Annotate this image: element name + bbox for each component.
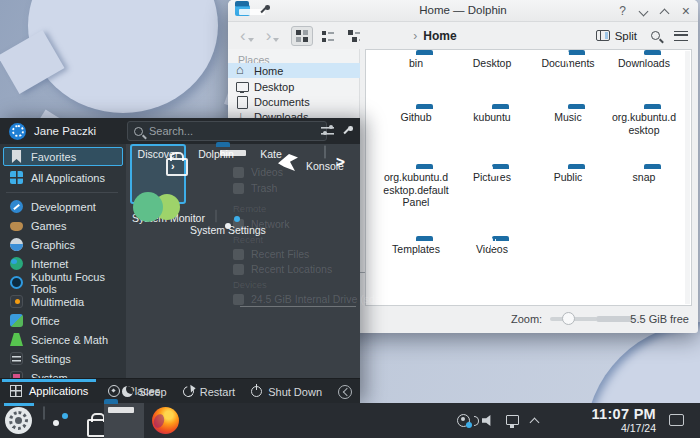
system-settings-icon [43,406,45,420]
compact-view-button[interactable] [317,26,339,46]
science-icon [10,333,23,346]
folder-item[interactable]: snap [606,168,682,184]
ghost-section-devices: Devices [233,279,267,290]
system-settings-icon [215,209,217,223]
sidebar-item-multimedia[interactable]: Multimedia [3,292,123,311]
home-icon [236,65,248,77]
folder-item[interactable]: org.kubuntu.desktop [606,108,682,136]
back-history-caret[interactable] [248,38,254,42]
places-item-home[interactable]: Home [228,63,360,78]
details-view-button[interactable] [343,26,365,46]
ghost-places-internal-drive: 24.5 GiB Internal Drive (sda3) [233,293,390,305]
applications-grid-icon [10,385,22,397]
folder-item[interactable]: Templates [378,240,454,256]
development-icon [10,200,23,213]
updates-tray-icon[interactable] [457,414,470,427]
document-icon [236,96,248,108]
breadcrumb-home[interactable]: Home [423,29,456,43]
favorite-dolphin[interactable]: Dolphin [188,144,244,204]
bookmark-icon [10,150,23,163]
icons-view-icon [296,30,308,42]
folder-item[interactable]: Pictures [454,168,530,184]
folder-item[interactable]: Videos [454,240,530,256]
digital-clock[interactable]: 11:07 PM 4/17/24 [592,406,656,434]
tray-expand-caret[interactable] [530,417,540,427]
sidebar-item-settings[interactable]: Settings [3,349,123,368]
sidebar-item-favorites[interactable]: Favorites [3,147,123,166]
sidebar-item-kubuntu-focus-tools[interactable]: Kubuntu Focus Tools [3,273,123,292]
sidebar-item-graphics[interactable]: Graphics [3,235,123,254]
forward-history-caret[interactable] [273,38,279,42]
pin-icon[interactable] [341,125,353,137]
show-desktop-button[interactable] [669,414,684,426]
folder-item[interactable]: Public [530,168,606,184]
launcher-search[interactable] [127,121,327,141]
sidebar-item-development[interactable]: Development [3,197,123,216]
minimize-button[interactable] [638,6,648,16]
launcher-active-indicator [4,403,34,406]
maximize-button[interactable] [659,8,669,18]
search-input[interactable] [149,125,299,137]
icons-view-button[interactable] [291,26,313,46]
folder-item[interactable]: Desktop [454,54,530,70]
folder-item[interactable]: ↓ Downloads [606,54,682,70]
sidebar-item-science-math[interactable]: Science & Math [3,330,123,349]
tab-applications[interactable]: Applications [0,379,98,403]
konsole-icon: > [324,145,326,159]
folder-item[interactable]: ♪ Music [530,108,606,124]
internet-icon [10,257,23,270]
sidebar-item-all-applications[interactable]: All Applications [3,168,123,187]
folder-item[interactable]: kubuntu [454,108,530,124]
folder-item[interactable]: bin [378,54,454,70]
taskbar-firefox[interactable] [152,407,179,434]
favorite-system-settings[interactable]: System Settings [188,208,244,268]
sidebar-item-office[interactable]: Office [3,311,123,330]
zoom-slider-handle[interactable] [562,312,575,325]
folder-view[interactable]: bin Desktop Documents ↓ Downloads Github… [365,49,692,306]
user-avatar[interactable] [9,123,26,140]
folder-item[interactable]: Github [378,108,454,124]
kubuntu-launcher-button[interactable] [5,407,32,434]
restart-button[interactable]: Restart [183,386,235,398]
configure-icon[interactable] [321,126,334,135]
network-tray-icon[interactable] [506,415,519,425]
help-button[interactable]: ? [619,4,626,18]
clock-date: 4/17/24 [592,422,656,434]
scrollbar[interactable] [685,51,690,304]
compact-view-icon [322,30,334,42]
games-icon [10,222,23,231]
folder-item[interactable]: org.kubuntu.desktop.default Panel [378,168,454,209]
close-button[interactable]: × [682,3,690,19]
taskbar-system-settings[interactable] [43,407,70,434]
sidebar-item-games[interactable]: Games [3,216,123,235]
ghost-places-recent-files: Recent Files [233,248,309,260]
favorite-konsole[interactable]: > Konsole [297,144,353,204]
office-icon [10,314,23,327]
taskbar-discover[interactable] [79,407,106,434]
zoom-label: Zoom: [511,313,542,325]
split-button[interactable]: Split [596,30,637,42]
folder-item[interactable]: Documents [530,54,606,70]
favorite-kate[interactable]: Kate [243,144,299,204]
sidebar-separator [6,192,118,193]
back-button[interactable]: ‹ [240,27,246,44]
favorite-system-monitor[interactable]: System Monitor [130,208,186,268]
dolphin-titlebar[interactable]: Home — Dolphin ? × [228,0,698,22]
sleep-button[interactable]: Sleep [122,386,167,398]
places-item-documents[interactable]: Documents [228,94,360,109]
shutdown-button[interactable]: Shut Down [251,386,322,398]
places-item-desktop[interactable]: Desktop [228,79,360,94]
ghost-places-recent-locations: Recent Locations [233,263,332,275]
search-icon[interactable] [651,31,660,40]
multimedia-icon [10,295,23,308]
volume-tray-icon[interactable] [482,415,494,427]
chevron-left-circle-icon[interactable] [338,385,352,399]
menu-icon[interactable] [674,31,688,41]
forward-button[interactable]: › [266,27,272,44]
taskbar-task-dolphin[interactable] [104,403,144,438]
taskbar: 11:07 PM 4/17/24 [0,403,700,438]
grid-icon [10,171,23,184]
restart-icon [181,384,196,399]
launcher-favorites-grid: Videos Trash Remote Network Recent Recen… [126,144,360,378]
breadcrumb[interactable]: › Home [413,29,456,43]
